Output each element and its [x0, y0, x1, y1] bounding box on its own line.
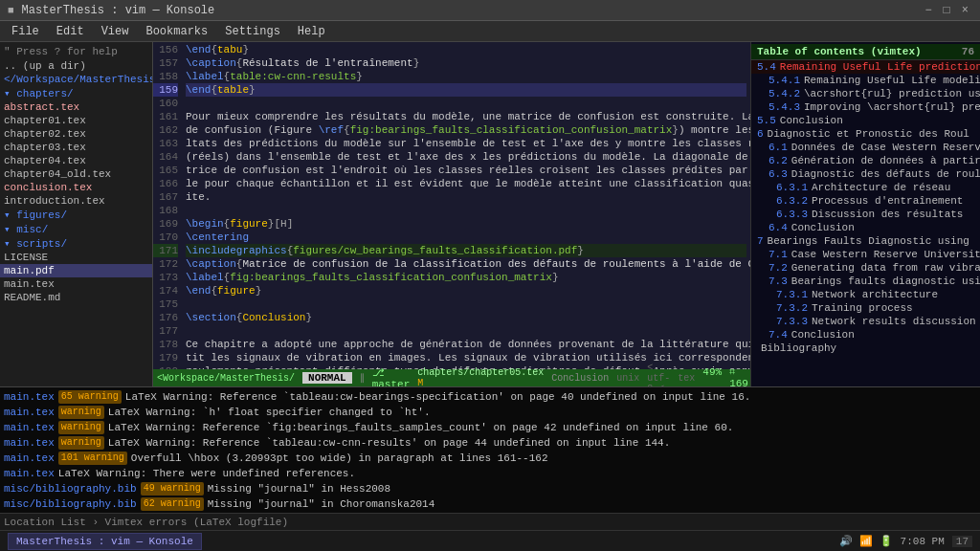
code-line-176: \section{Conclusion} [186, 311, 746, 324]
tree-main-tex[interactable]: main.tex [0, 277, 152, 291]
log-line-4: main.tex101 warningOverfull \hbox (3.209… [4, 451, 976, 466]
toc-item-15[interactable]: 7.2Generating data from raw vibrati [751, 261, 980, 275]
log-line-2: main.texwarningLaTeX Warning: Reference … [4, 420, 976, 435]
tree-abstract-tex[interactable]: abstract.tex [0, 100, 152, 114]
code-line-172: \caption{Matrice de confusion de la clas… [186, 257, 746, 271]
toc-panel: Table of contents (vimtex) 76 5.4Remaini… [750, 42, 980, 386]
code-line-168 [186, 204, 746, 217]
toc-item-3[interactable]: 5.4.3Improving \acrshort{rul} predict [751, 100, 980, 114]
toc-item-18[interactable]: 7.3.2Training process [751, 301, 980, 315]
toc-item-5[interactable]: 6Diagnostic et Pronostic des Roul [751, 127, 980, 141]
toc-item-12[interactable]: 6.4Conclusion [751, 221, 980, 234]
tree-chapter04-old[interactable]: chapter04_old.tex [0, 167, 152, 181]
tree-conclusion-tex[interactable]: conclusion.tex [0, 181, 152, 194]
toc-item-17[interactable]: 7.3.1Network architecture [751, 288, 980, 301]
taskbar-konsole[interactable]: MasterThesis : vim — Konsole [8, 533, 202, 550]
scroll-percent: 49% [702, 366, 722, 386]
code-line-164: (réels) dans l'ensemble de test et l'axe… [186, 150, 746, 164]
menu-help[interactable]: Help [290, 23, 333, 40]
toc-item-9[interactable]: 6.3.1Architecture de réseau [751, 181, 980, 194]
window-controls: − □ × [921, 4, 972, 17]
menu-view[interactable]: View [94, 23, 137, 40]
log-line-1: main.texwarningLaTeX Warning: `h' float … [4, 405, 976, 420]
toc-item-1[interactable]: 5.4.1Remaining Useful Life modeling [751, 74, 980, 87]
tray-right: 🔊 📶 🔋 7:08 PM 17 [839, 535, 972, 547]
code-line-161: Pour mieux comprendre les résultats du m… [186, 110, 746, 123]
toc-scroll-count: 76 [962, 46, 974, 57]
section-indicator: Conclusion [551, 373, 609, 384]
tree-figures-dir[interactable]: ▾ figures/ [0, 208, 152, 222]
win-close[interactable]: × [958, 4, 972, 17]
location-bar: Location List › Vimtex errors (LaTeX log… [0, 513, 980, 530]
code-line-159: \end{table} [186, 83, 746, 97]
code-line-175 [186, 298, 746, 311]
status-right: 49% ⌗ 169:1 [702, 366, 750, 386]
title-left: ■ MasterThesis : vim — Konsole [8, 4, 214, 17]
win-maximize[interactable]: □ [940, 4, 954, 17]
menu-settings[interactable]: Settings [217, 23, 288, 40]
menu-edit[interactable]: Edit [49, 23, 92, 40]
win-minimize[interactable]: − [921, 4, 935, 17]
tree-license[interactable]: LICENSE [0, 251, 152, 264]
log-line-3: main.texwarningLaTeX Warning: Reference … [4, 435, 976, 451]
code-line-173: \label{fig:bearings_faults_classificatio… [186, 271, 746, 284]
code-line-158: \label{table:cw-cnn-results} [186, 70, 746, 83]
tree-scripts-dir[interactable]: ▾ scripts/ [0, 236, 152, 251]
tree-misc-dir[interactable]: ▾ misc/ [0, 222, 152, 236]
toc-item-10[interactable]: 6.3.2Processus d'entraînement [751, 194, 980, 208]
code-line-174: \end{figure} [186, 284, 746, 298]
toc-header: Table of contents (vimtex) 76 [751, 44, 980, 60]
log-line-6: misc/bibliography.bib49 warningMissing "… [4, 481, 976, 496]
menu-bookmarks[interactable]: Bookmarks [138, 23, 215, 40]
toc-item-6[interactable]: 6.1Données de Case Western Reserve [751, 141, 980, 154]
bottom-panel: main.tex65 warningLaTeX Warning: Referen… [0, 386, 980, 530]
log-line-5: main.texLaTeX Warning: There were undefi… [4, 466, 976, 481]
toc-item-0[interactable]: 5.4Remaining Useful Life prediction [751, 60, 980, 74]
tree-up-dir[interactable]: .. (up a dir) [0, 59, 152, 73]
system-time: 7:08 PM [901, 536, 945, 547]
tree-chapter03[interactable]: chapter03.tex [0, 141, 152, 154]
toc-item-7[interactable]: 6.2Génération de données à partir d [751, 154, 980, 167]
status-path: <Workspace/MasterThesis/ [157, 373, 295, 384]
code-line-160 [186, 97, 746, 110]
editor-text[interactable]: \end{tabu} \caption{Résultats de l'entra… [182, 42, 750, 369]
tree-chapter01[interactable]: chapter01.tex [0, 114, 152, 127]
log-lines: main.tex65 warningLaTeX Warning: Referen… [4, 389, 976, 513]
toc-item-11[interactable]: 6.3.3Discussion des résultats [751, 208, 980, 221]
code-line-170: \centering [186, 231, 746, 244]
cursor-position: ⌗ 169:1 [729, 366, 750, 386]
toc-item-14[interactable]: 7.1Case Western Reserve University [751, 248, 980, 261]
toc-item-13[interactable]: 7Bearings Faults Diagnostic using [751, 234, 980, 248]
editor: 156 157 158 159 160 161 162 163 164 165 … [153, 42, 750, 386]
tree-chapters-dir[interactable]: ▾ chapters/ [0, 86, 152, 100]
window-title: MasterThesis : vim — Konsole [22, 4, 215, 17]
toc-items: 5.4Remaining Useful Life prediction5.4.1… [751, 60, 980, 355]
tree-chapter02[interactable]: chapter02.tex [0, 127, 152, 141]
toc-item-4[interactable]: 5.5Conclusion [751, 114, 980, 127]
tree-chapter04[interactable]: chapter04.tex [0, 154, 152, 167]
file-tree: " Press ? for help .. (up a dir) </Works… [0, 42, 153, 386]
toc-item-16[interactable]: 7.3Bearings faults diagnostic using [751, 275, 980, 288]
toc-item-21[interactable]: Bibliography [751, 342, 980, 355]
line-numbers: 156 157 158 159 160 161 162 163 164 165 … [153, 42, 182, 369]
tray-number: 17 [952, 536, 972, 547]
log-content: main.tex65 warningLaTeX Warning: Referen… [0, 387, 980, 513]
toc-item-2[interactable]: 5.4.2\acrshort{rul} prediction using [751, 87, 980, 100]
file-unix: unix [616, 373, 639, 384]
code-line-157: \caption{Résultats de l'entraînement} [186, 56, 746, 70]
editor-content[interactable]: 156 157 158 159 160 161 162 163 164 165 … [153, 42, 750, 369]
file-type: tex [678, 373, 695, 384]
toc-item-20[interactable]: 7.4Conclusion [751, 328, 980, 342]
code-line-166: le pour chaque échantillon et il est évi… [186, 177, 746, 190]
code-line-165: trice de confusion est l'endroit où les … [186, 164, 746, 177]
menu-bar: File Edit View Bookmarks Settings Help [0, 21, 980, 42]
app-icon: ■ [8, 5, 14, 16]
title-bar: ■ MasterThesis : vim — Konsole − □ × [0, 0, 980, 21]
toc-item-8[interactable]: 6.3Diagnostic des défauts de roulem [751, 167, 980, 181]
toc-item-19[interactable]: 7.3.3Network results discussion [751, 315, 980, 328]
system-tray: MasterThesis : vim — Konsole 🔊 📶 🔋 7:08 … [0, 530, 980, 551]
tree-main-pdf[interactable]: main.pdf [0, 264, 152, 277]
menu-file[interactable]: File [4, 23, 47, 40]
tree-readme[interactable]: README.md [0, 291, 152, 304]
tree-introduction[interactable]: introduction.tex [0, 194, 152, 208]
